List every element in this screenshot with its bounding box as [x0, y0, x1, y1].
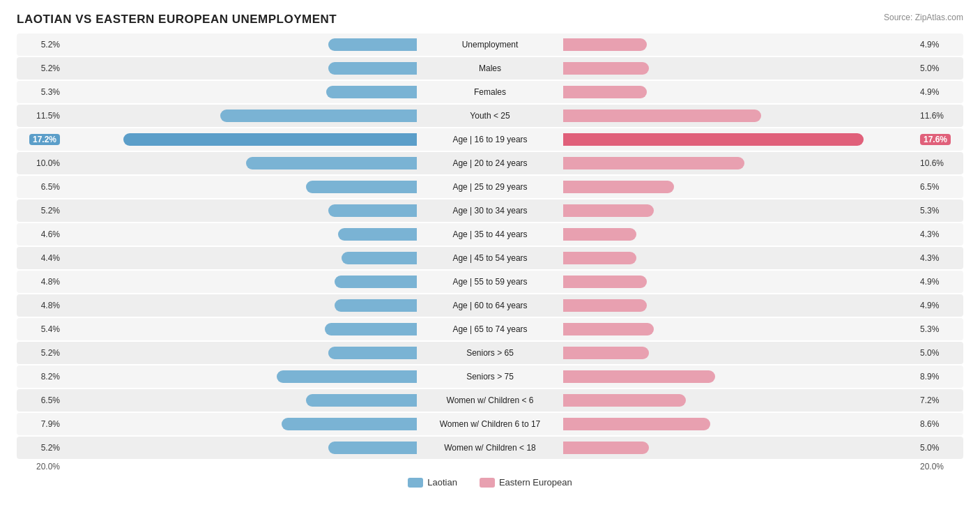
bars-right — [563, 179, 916, 195]
legend-swatch-blue — [408, 478, 423, 488]
center-label: Age | 16 to 19 years — [417, 135, 563, 144]
chart-header: LAOTIAN VS EASTERN EUROPEAN UNEMPLOYMENT… — [17, 13, 963, 27]
bar-row-inner: 5.2%Women w/ Children < 185.0% — [17, 438, 963, 458]
center-label: Age | 35 to 44 years — [417, 229, 563, 239]
right-value: 5.0% — [916, 63, 963, 73]
bars-right — [563, 322, 916, 337]
bar-blue — [277, 370, 417, 383]
bars-right — [563, 274, 916, 289]
bar-blue — [335, 299, 417, 312]
bar-blue — [246, 157, 417, 169]
bar-pink — [563, 252, 636, 264]
bar-pink — [563, 347, 649, 359]
bars-right — [563, 84, 916, 100]
bar-pink — [563, 204, 654, 217]
chart-body: 5.2%Unemployment4.9%5.2%Males5.0%5.3%Fem… — [17, 33, 963, 459]
bars-left — [64, 393, 417, 408]
center-label: Age | 60 to 64 years — [417, 301, 563, 310]
bar-row-inner: 4.4%Age | 45 to 54 years4.3% — [17, 248, 963, 268]
center-label: Age | 25 to 29 years — [417, 182, 563, 192]
left-value: 4.4% — [17, 253, 64, 263]
center-label: Seniors > 65 — [417, 348, 563, 358]
bar-blue — [328, 62, 417, 75]
bar-pink — [563, 418, 710, 430]
bar-blue — [328, 204, 417, 217]
bar-blue — [328, 38, 417, 51]
center-label: Women w/ Children < 6 — [417, 395, 563, 405]
left-value: 5.2% — [17, 206, 64, 216]
bars-right — [563, 393, 916, 408]
bar-row-inner: 5.4%Age | 65 to 74 years5.3% — [17, 319, 963, 339]
bar-row-inner: 5.2%Seniors > 655.0% — [17, 343, 963, 363]
bar-pink — [563, 299, 647, 312]
right-value: 7.2% — [916, 395, 963, 405]
center-label: Age | 55 to 59 years — [417, 277, 563, 287]
bars-right — [563, 298, 916, 313]
bar-row-inner: 8.2%Seniors > 758.9% — [17, 367, 963, 386]
bars-left — [64, 132, 417, 147]
bar-pink — [563, 133, 864, 146]
right-value: 10.6% — [916, 158, 963, 168]
bars-left — [64, 108, 417, 123]
bar-pink — [563, 442, 649, 454]
bar-row: 11.5%Youth < 2511.6% — [17, 105, 963, 127]
right-value: 6.5% — [916, 182, 963, 192]
bar-row: 6.5%Age | 25 to 29 years6.5% — [17, 176, 963, 198]
right-value: 11.6% — [916, 111, 963, 121]
bars-left — [64, 416, 417, 432]
bar-blue — [282, 418, 417, 430]
bar-blue — [325, 323, 417, 335]
bar-pink — [563, 394, 686, 407]
bar-pink — [563, 181, 674, 193]
bar-row: 5.2%Women w/ Children < 185.0% — [17, 437, 963, 459]
left-value: 8.2% — [17, 372, 64, 382]
legend-laotian-label: Laotian — [427, 477, 457, 488]
bars-right — [563, 61, 916, 76]
bar-pink — [563, 110, 761, 122]
bar-row: 5.3%Females4.9% — [17, 81, 963, 103]
bars-right — [563, 156, 916, 171]
left-value: 7.9% — [17, 419, 64, 429]
bar-row: 4.6%Age | 35 to 44 years4.3% — [17, 223, 963, 246]
bars-left — [64, 369, 417, 384]
bar-row: 17.2%Age | 16 to 19 years17.6% — [17, 128, 963, 151]
bar-blue — [123, 133, 417, 146]
bar-row-inner: 4.6%Age | 35 to 44 years4.3% — [17, 225, 963, 244]
right-value: 5.0% — [916, 443, 963, 453]
left-value: 5.4% — [17, 324, 64, 334]
chart-source: Source: ZipAtlas.com — [884, 13, 963, 22]
right-value: 4.9% — [916, 87, 963, 97]
right-value: 4.9% — [916, 40, 963, 50]
center-label: Women w/ Children 6 to 17 — [417, 419, 563, 429]
bar-blue — [342, 252, 417, 264]
bar-row: 5.2%Males5.0% — [17, 57, 963, 80]
left-value: 5.2% — [17, 63, 64, 73]
legend-laotian: Laotian — [408, 477, 457, 488]
bar-blue — [335, 276, 417, 288]
bars-right — [563, 416, 916, 432]
bars-left — [64, 250, 417, 266]
right-value: 4.3% — [916, 253, 963, 263]
bar-row-inner: 17.2%Age | 16 to 19 years17.6% — [17, 130, 963, 149]
bar-row: 4.8%Age | 60 to 64 years4.9% — [17, 294, 963, 317]
bars-left — [64, 345, 417, 361]
bar-row-inner: 5.3%Females4.9% — [17, 82, 963, 102]
bar-row: 4.8%Age | 55 to 59 years4.9% — [17, 271, 963, 293]
right-value: 8.9% — [916, 372, 963, 382]
right-value: 5.0% — [916, 348, 963, 358]
bar-pink — [563, 370, 715, 383]
bar-blue — [306, 394, 417, 407]
bar-row-inner: 6.5%Women w/ Children < 67.2% — [17, 391, 963, 410]
bars-left — [64, 322, 417, 337]
bars-left — [64, 37, 417, 52]
right-value: 17.6% — [916, 135, 963, 144]
bars-right — [563, 108, 916, 123]
legend: Laotian Eastern European — [17, 477, 963, 488]
axis-right-label: 20.0% — [916, 462, 963, 472]
bars-right — [563, 132, 916, 147]
bar-pink — [563, 38, 647, 51]
bar-row: 4.4%Age | 45 to 54 years4.3% — [17, 247, 963, 269]
bar-pink — [563, 323, 654, 335]
bars-left — [64, 440, 417, 455]
bar-row-inner: 6.5%Age | 25 to 29 years6.5% — [17, 177, 963, 197]
